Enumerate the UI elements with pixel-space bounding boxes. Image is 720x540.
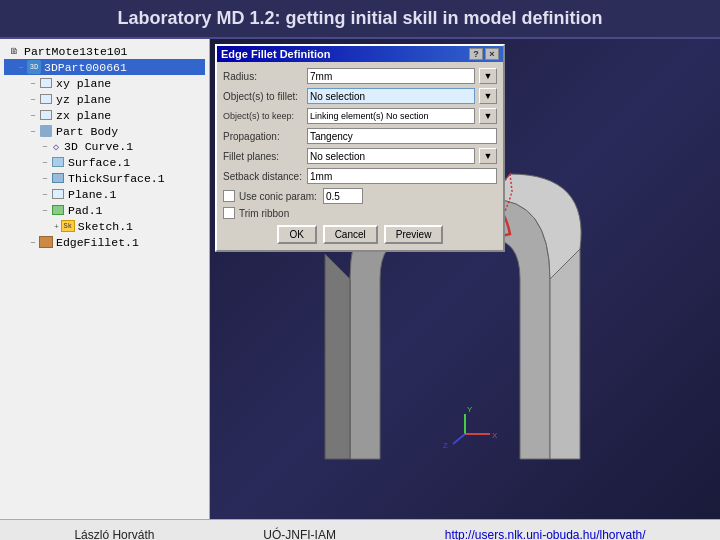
linking-field[interactable]: Linking element(s) No section	[307, 108, 475, 124]
conic-value-field[interactable]: 0.5	[323, 188, 363, 204]
tree-panel: 🗎 PartMote13te101 – 3D 3DPart000661 – xy…	[0, 39, 210, 519]
minus-fillet: –	[30, 237, 36, 248]
page-title: Laboratory MD 1.2: getting initial skill…	[117, 8, 602, 28]
curve-icon: ◇	[50, 142, 62, 152]
objects-fillet-btn[interactable]: ▼	[479, 88, 497, 104]
zx-plane-icon	[38, 108, 54, 122]
bottom-bar: László Horváth UÓ-JNFI-IAM http://users.…	[0, 519, 720, 540]
minus-icon-3dpart: –	[18, 62, 24, 73]
preview-button[interactable]: Preview	[384, 225, 444, 244]
edge-fillet-dialog[interactable]: Edge Fillet Definition ? × Radius: 7mm ▼	[215, 44, 505, 252]
setback-field[interactable]: 1mm	[307, 168, 497, 184]
dash-yz: –	[30, 94, 36, 105]
yz-plane-icon	[38, 92, 54, 106]
tree-item-3dpart[interactable]: – 3D 3DPart000661	[4, 59, 205, 75]
thick-icon	[50, 171, 66, 185]
tree-item-surface1[interactable]: – Surface.1	[4, 154, 205, 170]
propagation-field[interactable]: Tangency	[307, 128, 497, 144]
pad-icon	[50, 203, 66, 217]
tree-label-zx-plane: zx plane	[56, 109, 111, 122]
objects-fillet-row: Object(s) to fillet: No selection ▼	[223, 88, 497, 104]
tree-label-plane1: Plane.1	[68, 188, 116, 201]
tree-label-xy-plane: xy plane	[56, 77, 111, 90]
radius-row: Radius: 7mm ▼	[223, 68, 497, 84]
tree-item-fillet1[interactable]: – EdgeFillet.1	[4, 234, 205, 250]
setback-row: Setback distance: 1mm	[223, 168, 497, 184]
tree-item-zx-plane[interactable]: – zx plane	[4, 107, 205, 123]
part-icon: 🗎	[6, 44, 22, 58]
dash-plane1: –	[42, 189, 48, 200]
surface-icon	[50, 155, 66, 169]
propagation-row: Propagation: Tangency	[223, 128, 497, 144]
linking-btn[interactable]: ▼	[479, 108, 497, 124]
radius-btn[interactable]: ▼	[479, 68, 497, 84]
viewport: X Y Z Object(s) to Fillet: ... Edge Fill…	[210, 39, 720, 519]
minus-pad1: –	[42, 205, 48, 216]
objects-fillet-field[interactable]: No selection	[307, 88, 475, 104]
tree-label-3dpart: 3DPart000661	[44, 61, 127, 74]
fillet-planes-btn[interactable]: ▼	[479, 148, 497, 164]
setback-label: Setback distance:	[223, 171, 303, 182]
tree-label-part-body: Part Body	[56, 125, 118, 138]
tree-item-part-mote[interactable]: 🗎 PartMote13te101	[4, 43, 205, 59]
tree-label-yz-plane: yz plane	[56, 93, 111, 106]
tree-label-surface1: Surface.1	[68, 156, 130, 169]
fillet-planes-label: Fillet planes:	[223, 151, 303, 162]
dialog-buttons-row: OK Cancel Preview	[223, 225, 497, 244]
svg-line-2	[453, 434, 465, 444]
ok-button[interactable]: OK	[277, 225, 317, 244]
linking-row: Object(s) to keep: Linking element(s) No…	[223, 108, 497, 124]
trim-ribbon-label: Trim ribbon	[239, 208, 319, 219]
trim-ribbon-row: Trim ribbon	[223, 207, 497, 219]
tree-item-curve1[interactable]: – ◇ 3D Curve.1	[4, 139, 205, 154]
conic-param-row: Use conic param: 0.5	[223, 188, 497, 204]
trim-ribbon-checkbox[interactable]	[223, 207, 235, 219]
tree-label-pad1: Pad.1	[68, 204, 103, 217]
plane1-icon	[50, 187, 66, 201]
dash-xy: –	[30, 78, 36, 89]
author-label: László Horváth	[74, 528, 154, 541]
tree-item-plane1[interactable]: – Plane.1	[4, 186, 205, 202]
tree-item-yz-plane[interactable]: – yz plane	[4, 91, 205, 107]
svg-text:Z: Z	[443, 441, 448, 450]
sketch-icon: Sk	[60, 219, 76, 233]
tree-item-pad1[interactable]: – Pad.1	[4, 202, 205, 218]
dialog-help-btn[interactable]: ?	[469, 48, 483, 60]
tree-label-thick1: ThickSurface.1	[68, 172, 165, 185]
right-panel: X Y Z Object(s) to Fillet: ... Edge Fill…	[210, 39, 720, 519]
tree-item-part-body[interactable]: – Part Body	[4, 123, 205, 139]
tree-item-sketch1[interactable]: + Sk Sketch.1	[4, 218, 205, 234]
radius-label: Radius:	[223, 71, 303, 82]
svg-text:X: X	[492, 431, 498, 440]
tree-item-thick1[interactable]: – ThickSurface.1	[4, 170, 205, 186]
conic-param-checkbox[interactable]	[223, 190, 235, 202]
title-bar: Laboratory MD 1.2: getting initial skill…	[0, 0, 720, 39]
xy-plane-icon	[38, 76, 54, 90]
radius-field[interactable]: 7mm	[307, 68, 475, 84]
dialog-close-btn[interactable]: ×	[485, 48, 499, 60]
org-label: UÓ-JNFI-IAM	[263, 528, 336, 541]
dialog-titlebar: Edge Fillet Definition ? ×	[217, 46, 503, 62]
linking-label: Object(s) to keep:	[223, 111, 303, 121]
dash-zx: –	[30, 110, 36, 121]
fillet-icon	[38, 235, 54, 249]
tree-label-curve1: 3D Curve.1	[64, 140, 133, 153]
objects-fillet-label: Object(s) to fillet:	[223, 91, 303, 102]
dash-thick: –	[42, 173, 48, 184]
tree-label-fillet1: EdgeFillet.1	[56, 236, 139, 249]
part-body-icon	[38, 124, 54, 138]
dash-surface: –	[42, 157, 48, 168]
dash-curve: –	[42, 141, 48, 152]
fillet-planes-row: Fillet planes: No selection ▼	[223, 148, 497, 164]
tree-item-xy-plane[interactable]: – xy plane	[4, 75, 205, 91]
minus-icon-body: –	[30, 126, 36, 137]
propagation-label: Propagation:	[223, 131, 303, 142]
dialog-title: Edge Fillet Definition	[221, 48, 330, 60]
tree-label-part-mote: PartMote13te101	[24, 45, 128, 58]
plus-sketch: +	[54, 222, 59, 231]
cancel-button[interactable]: Cancel	[323, 225, 378, 244]
url-link[interactable]: http://users.nlk.uni-obuda.hu/lhorvath/	[445, 528, 646, 541]
3dpart-icon: 3D	[26, 60, 42, 74]
fillet-planes-field[interactable]: No selection	[307, 148, 475, 164]
svg-text:Y: Y	[467, 405, 473, 414]
